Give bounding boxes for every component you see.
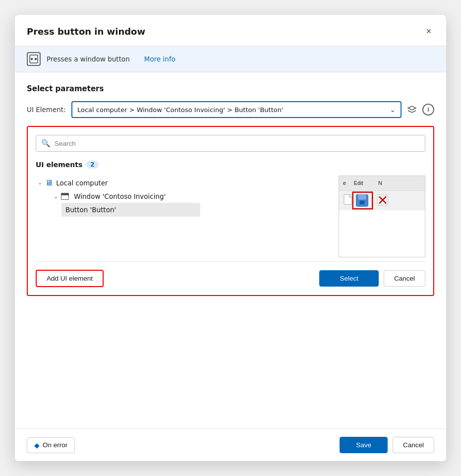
svg-rect-17 [344, 195, 352, 205]
svg-rect-2 [35, 58, 37, 60]
select-button[interactable]: Select [319, 270, 379, 287]
chevron-down-icon: ⌄ [390, 106, 396, 114]
tree-label-local-computer: Local computer [56, 179, 108, 187]
tree-label-button: Button 'Button' [65, 206, 116, 214]
ui-element-dropdown[interactable]: Local computer > Window 'Contoso Invoici… [71, 101, 402, 118]
preview-image: e Edit N [339, 176, 425, 257]
more-info-link[interactable]: More info [144, 55, 175, 63]
ui-element-input-wrapper: Local computer > Window 'Contoso Invoici… [71, 101, 434, 118]
tree-chevron-icon: ⌄ [38, 179, 42, 186]
tree-chevron-window-icon: ⌄ [54, 193, 58, 200]
search-icon: 🔍 [41, 139, 51, 148]
dropdown-panel: 🔍 UI elements 2 ⌄ 🖥 Local computer [27, 126, 434, 296]
ui-elements-count-badge: 2 [86, 161, 98, 169]
dialog-title: Press button in window [27, 26, 145, 37]
info-button[interactable]: i [422, 104, 434, 116]
close-button[interactable]: × [421, 24, 436, 39]
tree-and-preview: ⌄ 🖥 Local computer ⌄ Window 'Contoso Inv… [36, 176, 425, 257]
tree-item-button[interactable]: Button 'Button' [61, 203, 200, 217]
tree-panel: ⌄ 🖥 Local computer ⌄ Window 'Contoso Inv… [36, 176, 333, 257]
title-bar: Press button in window × [15, 15, 446, 46]
ui-element-label: UI Element: [27, 106, 66, 114]
svg-text:e: e [343, 180, 346, 186]
monitor-icon: 🖥 [45, 178, 53, 187]
search-input[interactable] [55, 140, 420, 147]
svg-rect-19 [339, 210, 425, 257]
window-icon [61, 193, 69, 200]
action-icon [27, 52, 41, 66]
layers-button[interactable] [404, 102, 419, 117]
svg-rect-1 [31, 58, 33, 60]
add-ui-element-button[interactable]: Add UI element [36, 270, 104, 287]
info-banner: Presses a window button More info [15, 46, 446, 72]
dropdown-footer: Add UI element Select Cancel [36, 261, 425, 287]
shield-icon: ◆ [34, 441, 40, 449]
tree-label-window: Window 'Contoso Invoicing' [74, 192, 166, 200]
save-button[interactable]: Save [340, 437, 388, 453]
svg-rect-11 [358, 195, 366, 200]
tree-item-window-contoso[interactable]: ⌄ Window 'Contoso Invoicing' [52, 190, 333, 203]
dropdown-cancel-button[interactable]: Cancel [384, 270, 425, 287]
footer-right: Save Cancel [340, 437, 434, 453]
tree-item-local-computer[interactable]: ⌄ 🖥 Local computer [36, 176, 333, 190]
main-content: Select parameters UI Element: Local comp… [15, 72, 446, 428]
svg-text:Edit: Edit [354, 180, 363, 186]
cancel-button[interactable]: Cancel [393, 437, 434, 453]
section-title: Select parameters [27, 84, 434, 93]
on-error-button[interactable]: ◆ On error [27, 437, 75, 453]
dialog-footer: ◆ On error Save Cancel [15, 428, 446, 461]
ui-element-value: Local computer > Window 'Contoso Invoici… [77, 106, 284, 114]
info-banner-text: Presses a window button [47, 55, 130, 63]
preview-panel: e Edit N [339, 176, 425, 257]
ui-element-row: UI Element: Local computer > Window 'Con… [27, 101, 434, 118]
ui-elements-label: UI elements [36, 161, 82, 169]
on-error-label: On error [43, 441, 67, 449]
svg-rect-12 [360, 200, 365, 204]
dialog: Press button in window × Presses a windo… [15, 15, 446, 461]
ui-elements-heading: UI elements 2 [36, 161, 425, 169]
svg-text:N: N [378, 180, 382, 186]
search-box: 🔍 [36, 135, 425, 152]
footer-left: ◆ On error [27, 437, 75, 453]
